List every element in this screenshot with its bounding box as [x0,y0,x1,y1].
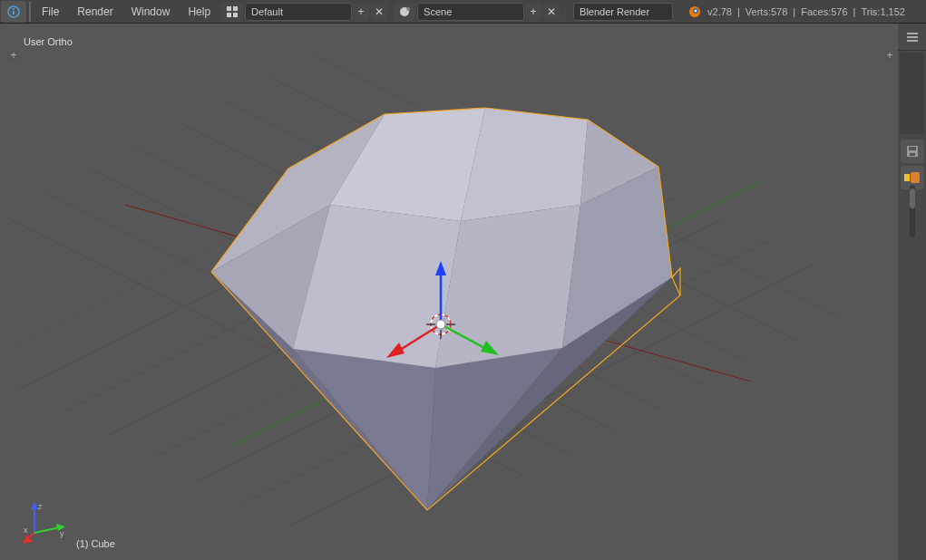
version-text: v2.78 [702,6,737,17]
verts-stat: Verts:578 [740,6,793,17]
mesh-object [211,108,680,510]
n-panel-toggle[interactable]: + [883,49,896,62]
svg-point-1 [13,8,15,10]
layout-label: Default [251,6,283,17]
main-area: User Ortho (1) Cube + + z y x [0,24,898,560]
svg-marker-29 [293,349,435,510]
svg-rect-2 [13,11,15,14]
faces-stat: Faces:576 [795,6,853,17]
engine-label: Blender Render [580,6,649,17]
splitter [29,2,31,22]
top-header: File Render Window Help Default + ✕ Scen… [0,0,926,24]
svg-rect-6 [233,13,238,17]
svg-rect-71 [910,153,915,156]
svg-rect-72 [904,174,910,181]
tris-stat: Tris:1,152 [855,6,911,17]
remove-scene-button[interactable]: ✕ [543,3,560,21]
svg-text:z: z [38,502,43,511]
svg-rect-73 [911,172,920,183]
outliner-scrollbar[interactable] [900,53,924,134]
layout-dropdown[interactable]: Default [245,3,352,21]
scene-dropdown[interactable]: Scene [417,3,524,21]
axis-mini-gizmo: z y x [24,500,67,544]
menu-render[interactable]: Render [68,2,122,22]
scenes-icon[interactable] [394,2,415,22]
svg-rect-68 [907,40,918,42]
svg-point-11 [695,9,697,12]
svg-rect-5 [227,13,231,17]
svg-text:x: x [24,526,28,535]
view-orientation-label: User Ortho [24,36,73,47]
toolshelf-toggle[interactable]: + [7,49,20,62]
3d-viewport[interactable]: User Ortho (1) Cube + + z y x [7,24,898,560]
properties-scrollbar[interactable] [910,185,915,237]
add-scene-button[interactable]: + [525,3,541,21]
svg-rect-70 [909,147,916,150]
engine-dropdown[interactable]: Blender Render [573,3,673,21]
svg-rect-4 [233,6,238,11]
svg-rect-3 [227,6,231,11]
svg-marker-58 [31,502,38,509]
properties-sidebar [898,24,926,560]
svg-text:y: y [60,529,64,538]
menu-window[interactable]: Window [122,2,180,22]
menu-help[interactable]: Help [179,2,219,22]
screens-icon[interactable] [221,2,243,22]
outliner-header[interactable] [898,24,926,51]
svg-rect-66 [907,33,918,34]
svg-line-60 [34,527,60,533]
scene-label: Scene [424,6,452,17]
viewport-canvas [7,24,898,560]
blender-logo-icon [686,4,702,20]
editor-type-icon[interactable] [1,1,26,23]
save-icon[interactable] [901,140,924,163]
svg-rect-67 [907,36,918,38]
active-object-label: (1) Cube [76,538,115,549]
menu-file[interactable]: File [33,2,68,22]
remove-layout-button[interactable]: ✕ [371,3,387,21]
svg-point-56 [436,320,445,329]
add-layout-button[interactable]: + [353,3,369,21]
svg-point-8 [406,7,410,11]
